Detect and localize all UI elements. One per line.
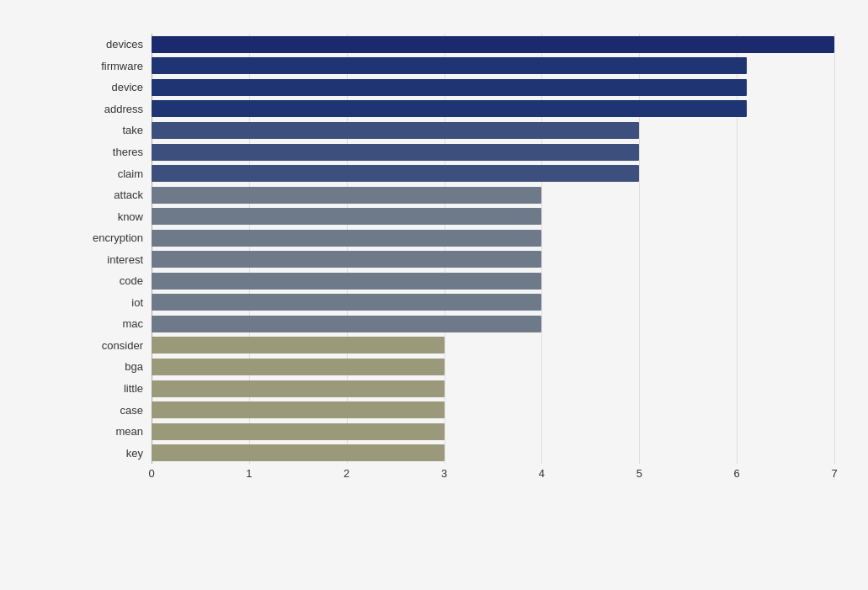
bar-theres	[152, 144, 639, 161]
bar-row-case	[152, 399, 834, 421]
y-label-little: little	[84, 378, 152, 400]
bar-row-code	[152, 270, 834, 292]
bar-address	[152, 100, 747, 117]
y-label-mac: mac	[84, 313, 152, 335]
bar-row-mac	[152, 313, 834, 335]
bar-row-know	[152, 205, 834, 227]
bar-row-claim	[152, 162, 834, 184]
bar-row-key	[152, 442, 834, 464]
y-label-encryption: encryption	[84, 227, 152, 249]
bar-row-device	[152, 77, 834, 98]
bar-interest	[152, 251, 541, 268]
x-tick-6: 6	[734, 467, 740, 480]
bar-row-theres	[152, 141, 834, 163]
x-tick-0: 0	[148, 467, 154, 480]
bar-row-encryption	[152, 227, 834, 249]
bar-case	[152, 401, 445, 418]
bar-iot	[152, 294, 541, 311]
bar-code	[152, 273, 541, 290]
bar-know	[152, 208, 541, 225]
bar-row-firmware	[152, 56, 834, 77]
bar-key	[152, 444, 445, 461]
bar-devices	[152, 36, 834, 53]
bar-firmware	[152, 57, 747, 74]
bar-row-take	[152, 120, 834, 141]
x-tick-7: 7	[831, 467, 837, 480]
y-label-devices: devices	[84, 34, 152, 56]
x-tick-2: 2	[343, 467, 349, 480]
y-label-key: key	[84, 442, 152, 464]
bar-mac	[152, 316, 541, 332]
grid-line-7	[834, 34, 835, 464]
bar-row-little	[152, 378, 834, 400]
y-label-code: code	[84, 270, 152, 292]
y-label-take: take	[84, 120, 152, 141]
bar-claim	[152, 165, 639, 182]
bar-row-address	[152, 98, 834, 120]
y-label-device: device	[84, 77, 152, 98]
bar-attack	[152, 187, 541, 204]
bar-encryption	[152, 230, 541, 247]
bar-consider	[152, 337, 445, 353]
x-tick-4: 4	[539, 467, 545, 480]
x-tick-1: 1	[246, 467, 252, 480]
y-label-interest: interest	[84, 248, 152, 270]
y-label-mean: mean	[84, 421, 152, 443]
bar-little	[152, 380, 445, 397]
bar-row-bga	[152, 356, 834, 378]
y-label-bga: bga	[84, 356, 152, 378]
y-axis-labels: devicesfirmwaredeviceaddresstaketherescl…	[84, 34, 152, 464]
y-label-firmware: firmware	[84, 56, 152, 77]
bar-take	[152, 122, 639, 139]
bar-mean	[152, 423, 445, 440]
y-label-consider: consider	[84, 335, 152, 357]
bar-device	[152, 79, 747, 96]
bar-row-interest	[152, 248, 834, 270]
x-tick-3: 3	[441, 467, 447, 480]
bar-row-devices	[152, 34, 834, 56]
x-tick-5: 5	[636, 467, 642, 480]
bar-row-iot	[152, 292, 834, 314]
bars-area	[152, 34, 834, 464]
y-label-address: address	[84, 98, 152, 120]
bar-row-consider	[152, 335, 834, 357]
y-label-case: case	[84, 399, 152, 421]
chart-container: devicesfirmwaredeviceaddresstaketherescl…	[0, 0, 868, 590]
bar-row-mean	[152, 421, 834, 443]
bar-bga	[152, 359, 445, 375]
bars-container	[152, 34, 834, 464]
y-label-theres: theres	[84, 141, 152, 163]
bar-row-attack	[152, 184, 834, 206]
y-label-know: know	[84, 205, 152, 227]
y-label-claim: claim	[84, 162, 152, 184]
y-label-attack: attack	[84, 184, 152, 206]
y-label-iot: iot	[84, 292, 152, 314]
